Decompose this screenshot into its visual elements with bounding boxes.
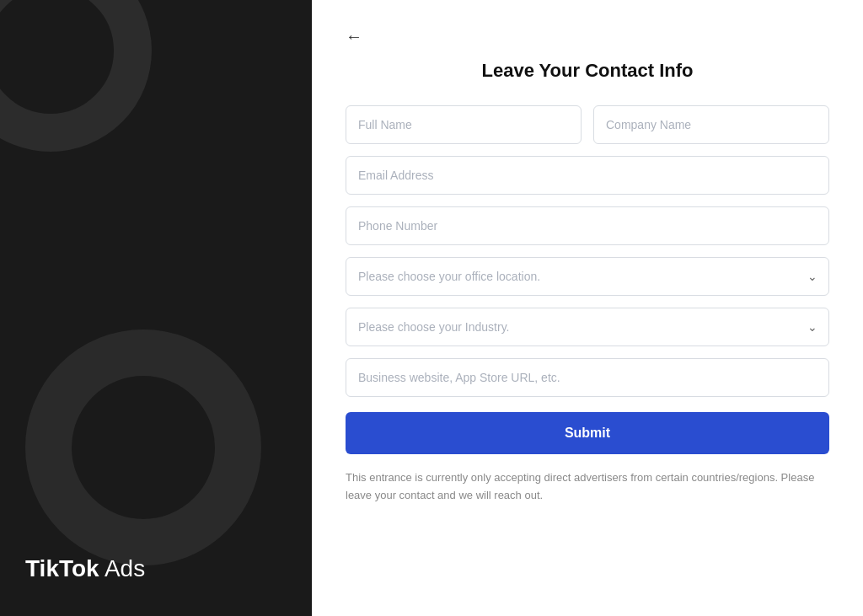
- phone-field: [346, 206, 829, 245]
- right-panel: ← Leave Your Contact Info Please choose …: [312, 0, 863, 616]
- submit-button[interactable]: Submit: [346, 412, 829, 454]
- industry-select[interactable]: Please choose your Industry.: [346, 308, 829, 346]
- email-field: [346, 156, 829, 195]
- website-input[interactable]: [346, 358, 829, 397]
- name-row: [346, 105, 829, 144]
- industry-field: Please choose your Industry. ⌄: [346, 308, 829, 346]
- office-location-field: Please choose your office location. ⌄: [346, 257, 829, 296]
- full-name-input[interactable]: [346, 105, 582, 144]
- disclaimer-text: This entrance is currently only acceptin…: [346, 469, 829, 505]
- left-panel: TikTok Ads: [0, 0, 312, 616]
- page-title: Leave Your Contact Info: [346, 60, 829, 82]
- brand-name-bold: TikTok: [25, 555, 99, 581]
- email-input[interactable]: [346, 156, 829, 195]
- decorative-circle-top: [0, 0, 152, 152]
- decorative-circle-bottom: [25, 329, 261, 565]
- company-name-input[interactable]: [593, 105, 829, 144]
- brand-name-regular: Ads: [99, 555, 145, 581]
- website-field: [346, 358, 829, 397]
- brand-logo: TikTok Ads: [25, 555, 287, 591]
- phone-input[interactable]: [346, 206, 829, 245]
- back-button[interactable]: ←: [346, 27, 371, 46]
- office-location-select[interactable]: Please choose your office location.: [346, 257, 829, 296]
